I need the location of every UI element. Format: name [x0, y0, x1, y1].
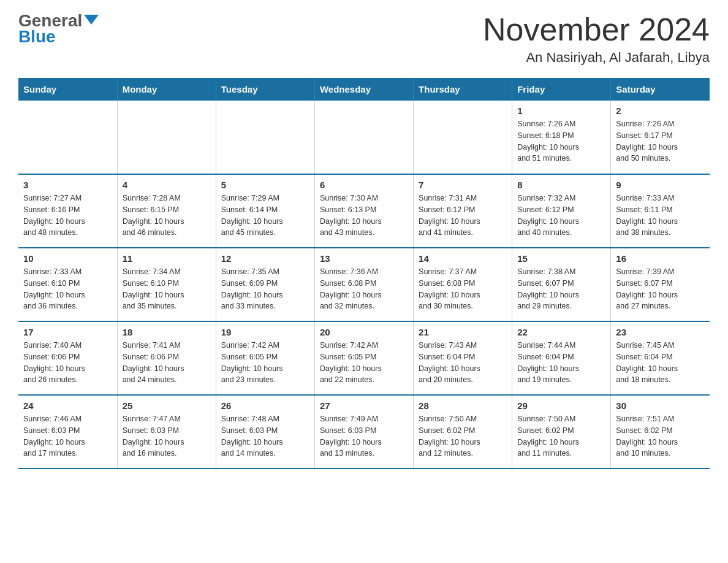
day-info: Sunrise: 7:34 AM Sunset: 6:10 PM Dayligh…	[123, 266, 211, 312]
day-info: Sunrise: 7:48 AM Sunset: 6:03 PM Dayligh…	[221, 413, 309, 459]
calendar-cell: 30Sunrise: 7:51 AM Sunset: 6:02 PM Dayli…	[611, 395, 710, 469]
calendar-title: November 2024	[483, 12, 710, 47]
calendar-cell	[414, 101, 512, 174]
calendar-cell: 9Sunrise: 7:33 AM Sunset: 6:11 PM Daylig…	[611, 174, 710, 248]
calendar-cell: 24Sunrise: 7:46 AM Sunset: 6:03 PM Dayli…	[18, 395, 117, 469]
day-info: Sunrise: 7:41 AM Sunset: 6:06 PM Dayligh…	[123, 340, 211, 386]
calendar-cell: 16Sunrise: 7:39 AM Sunset: 6:07 PM Dayli…	[611, 248, 710, 321]
calendar-cell: 2Sunrise: 7:26 AM Sunset: 6:17 PM Daylig…	[611, 101, 710, 174]
day-number: 23	[616, 327, 705, 337]
day-number: 16	[616, 253, 705, 264]
day-number: 24	[23, 400, 112, 411]
day-number: 29	[517, 400, 605, 411]
calendar-cell: 1Sunrise: 7:26 AM Sunset: 6:18 PM Daylig…	[512, 101, 611, 174]
day-number: 20	[320, 327, 408, 337]
day-number: 30	[616, 400, 705, 411]
day-number: 13	[320, 253, 408, 264]
calendar-cell: 13Sunrise: 7:36 AM Sunset: 6:08 PM Dayli…	[314, 248, 413, 321]
calendar-cell: 7Sunrise: 7:31 AM Sunset: 6:12 PM Daylig…	[414, 174, 512, 248]
calendar-cell	[18, 101, 117, 174]
calendar-cell: 18Sunrise: 7:41 AM Sunset: 6:06 PM Dayli…	[117, 321, 216, 395]
header-sunday: Sunday	[18, 78, 117, 101]
calendar-cell: 11Sunrise: 7:34 AM Sunset: 6:10 PM Dayli…	[117, 248, 216, 321]
day-info: Sunrise: 7:35 AM Sunset: 6:09 PM Dayligh…	[221, 266, 309, 312]
day-info: Sunrise: 7:50 AM Sunset: 6:02 PM Dayligh…	[419, 413, 507, 459]
day-info: Sunrise: 7:46 AM Sunset: 6:03 PM Dayligh…	[23, 413, 112, 459]
title-section: November 2024 An Nasiriyah, Al Jafarah, …	[483, 12, 710, 66]
calendar-cell: 27Sunrise: 7:49 AM Sunset: 6:03 PM Dayli…	[314, 395, 413, 469]
calendar-cell: 21Sunrise: 7:43 AM Sunset: 6:04 PM Dayli…	[414, 321, 512, 395]
calendar-cell: 20Sunrise: 7:42 AM Sunset: 6:05 PM Dayli…	[314, 321, 413, 395]
day-number: 9	[616, 180, 705, 190]
day-info: Sunrise: 7:33 AM Sunset: 6:10 PM Dayligh…	[23, 266, 112, 312]
calendar-body: 1Sunrise: 7:26 AM Sunset: 6:18 PM Daylig…	[18, 101, 710, 469]
logo-line2: Blue	[18, 28, 99, 45]
day-info: Sunrise: 7:42 AM Sunset: 6:05 PM Dayligh…	[221, 340, 309, 386]
week-row-3: 10Sunrise: 7:33 AM Sunset: 6:10 PM Dayli…	[18, 248, 710, 321]
day-number: 14	[419, 253, 507, 264]
calendar-cell: 23Sunrise: 7:45 AM Sunset: 6:04 PM Dayli…	[611, 321, 710, 395]
week-row-2: 3Sunrise: 7:27 AM Sunset: 6:16 PM Daylig…	[18, 174, 710, 248]
calendar-subtitle: An Nasiriyah, Al Jafarah, Libya	[483, 50, 710, 66]
day-info: Sunrise: 7:50 AM Sunset: 6:02 PM Dayligh…	[517, 413, 605, 459]
calendar-cell: 8Sunrise: 7:32 AM Sunset: 6:12 PM Daylig…	[512, 174, 611, 248]
calendar-cell	[216, 101, 314, 174]
logo: General Blue	[18, 12, 99, 45]
calendar-cell	[117, 101, 216, 174]
page-header: General Blue November 2024 An Nasiriyah,…	[18, 12, 710, 66]
day-info: Sunrise: 7:26 AM Sunset: 6:18 PM Dayligh…	[517, 118, 605, 164]
day-number: 6	[320, 180, 408, 190]
day-number: 18	[123, 327, 211, 337]
calendar-cell: 15Sunrise: 7:38 AM Sunset: 6:07 PM Dayli…	[512, 248, 611, 321]
day-info: Sunrise: 7:27 AM Sunset: 6:16 PM Dayligh…	[23, 193, 112, 239]
calendar-cell: 19Sunrise: 7:42 AM Sunset: 6:05 PM Dayli…	[216, 321, 314, 395]
day-info: Sunrise: 7:47 AM Sunset: 6:03 PM Dayligh…	[123, 413, 211, 459]
logo-arrow-icon	[84, 15, 99, 25]
calendar-cell: 22Sunrise: 7:44 AM Sunset: 6:04 PM Dayli…	[512, 321, 611, 395]
calendar-cell: 28Sunrise: 7:50 AM Sunset: 6:02 PM Dayli…	[414, 395, 512, 469]
day-number: 10	[23, 253, 112, 264]
day-number: 17	[23, 327, 112, 337]
day-info: Sunrise: 7:38 AM Sunset: 6:07 PM Dayligh…	[517, 266, 605, 312]
header-thursday: Thursday	[414, 78, 512, 101]
day-info: Sunrise: 7:49 AM Sunset: 6:03 PM Dayligh…	[320, 413, 408, 459]
day-info: Sunrise: 7:43 AM Sunset: 6:04 PM Dayligh…	[419, 340, 507, 386]
day-number: 1	[517, 105, 605, 116]
day-number: 8	[517, 180, 605, 190]
day-number: 21	[419, 327, 507, 337]
day-number: 5	[221, 180, 309, 190]
day-number: 19	[221, 327, 309, 337]
day-info: Sunrise: 7:33 AM Sunset: 6:11 PM Dayligh…	[616, 193, 705, 239]
day-info: Sunrise: 7:51 AM Sunset: 6:02 PM Dayligh…	[616, 413, 705, 459]
week-row-1: 1Sunrise: 7:26 AM Sunset: 6:18 PM Daylig…	[18, 101, 710, 174]
day-number: 4	[123, 180, 211, 190]
day-info: Sunrise: 7:31 AM Sunset: 6:12 PM Dayligh…	[419, 193, 507, 239]
day-number: 3	[23, 180, 112, 190]
day-info: Sunrise: 7:44 AM Sunset: 6:04 PM Dayligh…	[517, 340, 605, 386]
calendar-cell: 5Sunrise: 7:29 AM Sunset: 6:14 PM Daylig…	[216, 174, 314, 248]
day-number: 7	[419, 180, 507, 190]
day-info: Sunrise: 7:37 AM Sunset: 6:08 PM Dayligh…	[419, 266, 507, 312]
day-info: Sunrise: 7:45 AM Sunset: 6:04 PM Dayligh…	[616, 340, 705, 386]
week-row-5: 24Sunrise: 7:46 AM Sunset: 6:03 PM Dayli…	[18, 395, 710, 469]
day-number: 27	[320, 400, 408, 411]
header-friday: Friday	[512, 78, 611, 101]
day-info: Sunrise: 7:26 AM Sunset: 6:17 PM Dayligh…	[616, 118, 705, 164]
day-info: Sunrise: 7:32 AM Sunset: 6:12 PM Dayligh…	[517, 193, 605, 239]
header-tuesday: Tuesday	[216, 78, 314, 101]
calendar-cell: 3Sunrise: 7:27 AM Sunset: 6:16 PM Daylig…	[18, 174, 117, 248]
calendar-cell: 10Sunrise: 7:33 AM Sunset: 6:10 PM Dayli…	[18, 248, 117, 321]
day-number: 2	[616, 105, 705, 116]
day-number: 15	[517, 253, 605, 264]
day-number: 22	[517, 327, 605, 337]
header-saturday: Saturday	[611, 78, 710, 101]
day-number: 26	[221, 400, 309, 411]
day-info: Sunrise: 7:36 AM Sunset: 6:08 PM Dayligh…	[320, 266, 408, 312]
day-info: Sunrise: 7:28 AM Sunset: 6:15 PM Dayligh…	[123, 193, 211, 239]
day-info: Sunrise: 7:29 AM Sunset: 6:14 PM Dayligh…	[221, 193, 309, 239]
day-info: Sunrise: 7:42 AM Sunset: 6:05 PM Dayligh…	[320, 340, 408, 386]
day-number: 25	[123, 400, 211, 411]
calendar-cell: 6Sunrise: 7:30 AM Sunset: 6:13 PM Daylig…	[314, 174, 413, 248]
day-number: 28	[419, 400, 507, 411]
calendar-cell: 17Sunrise: 7:40 AM Sunset: 6:06 PM Dayli…	[18, 321, 117, 395]
